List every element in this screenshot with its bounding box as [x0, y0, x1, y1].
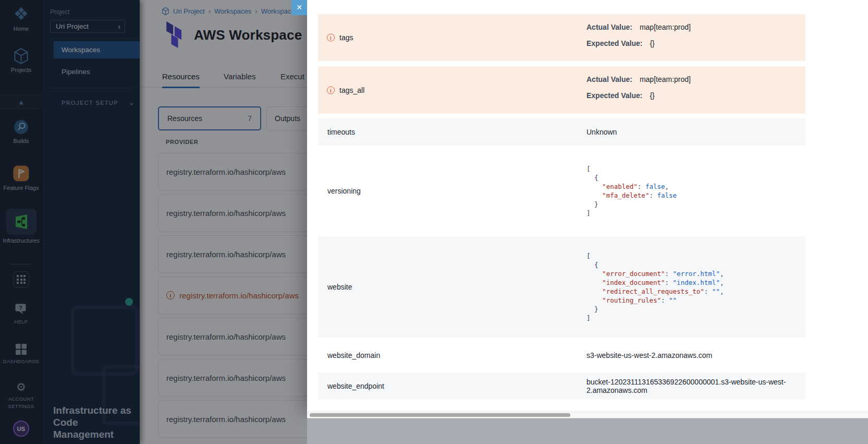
attribute-values: Actual Value:map[team:prod]Expected Valu…: [586, 22, 691, 49]
attribute-row-tags: itagsActual Value:map[team:prod]Expected…: [318, 14, 805, 61]
actual-value-label: Actual Value:: [586, 75, 632, 83]
warning-icon: i: [327, 86, 335, 94]
attribute-row-website: website[ { "error_document": "error.html…: [318, 236, 805, 338]
actual-value: map[team:prod]: [640, 75, 691, 83]
attribute-name: website_domain: [327, 351, 380, 359]
actual-value: map[team:prod]: [640, 23, 691, 31]
expected-value: {}: [650, 91, 654, 100]
attribute-value-code: [ { "enabled": false, "mfa_delete": fals…: [586, 164, 677, 218]
resource-details-drawer: itagsActual Value:map[team:prod]Expected…: [307, 0, 868, 444]
scrollbar-thumb[interactable]: [310, 413, 570, 417]
drawer-body: itagsActual Value:map[team:prod]Expected…: [307, 0, 868, 412]
attribute-row-timeouts: timeoutsUnknown: [318, 118, 805, 146]
attribute-row-website-domain: website_domains3-website-us-west-2.amazo…: [318, 342, 805, 368]
attribute-name: tags_all: [339, 86, 364, 94]
attribute-name: versioning: [327, 187, 361, 195]
attribute-row-tags-all: itags_allActual Value:map[team:prod]Expe…: [318, 66, 805, 114]
attribute-value: Unknown: [586, 128, 617, 136]
expected-value-label: Expected Value:: [586, 91, 642, 100]
close-icon: ✕: [296, 3, 302, 11]
attribute-row-website-endpoint: website_endpointbucket-12023111316533692…: [318, 373, 805, 399]
attribute-value: s3-website-us-west-2.amazonaws.com: [586, 351, 712, 359]
attribute-value-code: [ { "error_document": "error.html", "ind…: [586, 251, 724, 322]
actual-value-label: Actual Value:: [586, 23, 632, 31]
attribute-values: Actual Value:map[team:prod]Expected Valu…: [586, 74, 691, 101]
attribute-row-versioning: versioning[ { "enabled": false, "mfa_del…: [318, 150, 805, 231]
attribute-name: tags: [339, 33, 353, 42]
attribute-name: website: [327, 283, 352, 291]
close-button[interactable]: ✕: [291, 0, 307, 15]
expected-value-label: Expected Value:: [586, 39, 642, 47]
expected-value: {}: [650, 39, 654, 47]
attribute-name: website_endpoint: [327, 382, 384, 390]
attribute-name: timeouts: [327, 128, 355, 136]
horizontal-scrollbar: [307, 412, 868, 418]
warning-icon: i: [327, 34, 335, 42]
attribute-value: bucket-120231113165336922600000001.s3-we…: [586, 378, 805, 394]
drawer-bottom-band: [307, 418, 868, 444]
